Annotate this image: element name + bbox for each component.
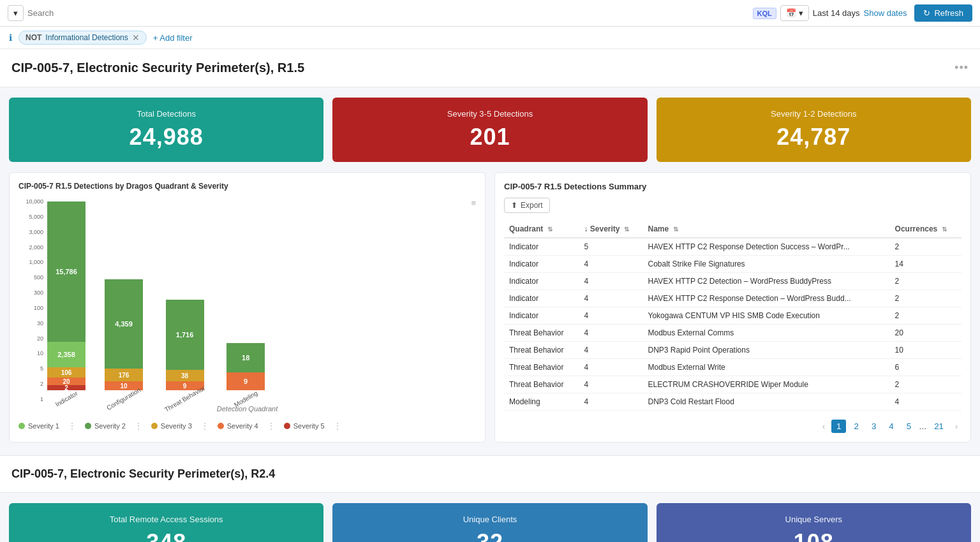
show-dates-link[interactable]: Show dates	[864, 8, 907, 18]
severity12-label: Severity 1-2 Detections	[669, 109, 958, 119]
col-name[interactable]: Name ⇅	[643, 221, 890, 238]
kql-badge[interactable]: KQL	[753, 8, 776, 19]
unique-servers-card: Unique Servers 108	[657, 503, 971, 542]
chart-section: CIP-005-7 R1.5 Detections by Dragos Quad…	[9, 172, 486, 443]
legend-severity1: Severity 1	[19, 422, 59, 430]
bar-seg-s3-indicator: 106	[47, 367, 85, 377]
severity12-value: 24,787	[669, 124, 958, 150]
bar-configuration: 4,359 176 10 Configuration	[105, 191, 143, 402]
bar-seg-s2-modeling: 18	[226, 343, 265, 372]
cell-severity-4: 4	[579, 307, 642, 325]
cell-severity-0: 5	[579, 238, 642, 256]
filter-not-label: NOT	[26, 33, 41, 42]
cell-occurrences-8: 2	[890, 376, 961, 393]
page-next-arrow[interactable]: ›	[951, 420, 961, 433]
bar-modeling: 18 9 Modeling	[226, 191, 265, 402]
table-row: Indicator 4 HAVEX HTTP C2 Detection – Wo…	[504, 273, 961, 290]
total-detections-value: 24,988	[22, 124, 311, 150]
filter-tag: NOT Informational Detections ✕	[19, 31, 147, 45]
filter-bar: ℹ NOT Informational Detections ✕ + Add f…	[0, 27, 980, 49]
severity12-card: Severity 1-2 Detections 24,787	[657, 98, 971, 162]
page-1-button[interactable]: 1	[831, 420, 846, 433]
sort-severity-down-icon: ↓	[584, 224, 588, 233]
search-dropdown[interactable]: ▾	[8, 5, 24, 21]
table-row: Indicator 5 HAVEX HTTP C2 Response Detec…	[504, 238, 961, 256]
add-filter-button[interactable]: + Add filter	[153, 33, 193, 43]
page-3-button[interactable]: 3	[866, 420, 881, 433]
cell-quadrant-5: Threat Behavior	[504, 325, 579, 342]
table-row: Indicator 4 Yokogawa CENTUM VP HIS SMB C…	[504, 307, 961, 325]
bar-seg-s2-indicator: 15,786	[47, 201, 85, 342]
bar-threat: 1,716 38 9 Threat Behavior	[162, 191, 207, 402]
cell-severity-6: 4	[579, 342, 642, 359]
legend-menu-s1[interactable]: ⋮	[68, 421, 76, 430]
sort-quadrant-icon: ⇅	[547, 226, 553, 233]
table-row: Indicator 4 HAVEX HTTP C2 Response Detec…	[504, 290, 961, 307]
total-sessions-label: Total Remote Access Sessions	[22, 515, 311, 524]
legend-menu-s4[interactable]: ⋮	[267, 421, 275, 430]
filter-close-icon[interactable]: ✕	[132, 33, 140, 43]
calendar-icon: 📅	[786, 8, 796, 18]
bar-seg-s1-indicator: 2,358	[47, 342, 85, 367]
legend-label-s2: Severity 2	[94, 422, 126, 430]
sort-occ-icon: ⇅	[942, 226, 947, 233]
cell-name-5: Modbus External Comms	[643, 325, 890, 342]
page-21-button[interactable]: 21	[929, 420, 949, 433]
bar-seg-s2-config: 4,359	[105, 279, 143, 369]
legend-dot-s3	[151, 423, 158, 429]
y-axis: 10,000 5,000 3,000 2,000 1,000 500 300 1…	[19, 198, 47, 402]
cell-occurrences-7: 6	[890, 359, 961, 376]
search-input[interactable]	[27, 8, 749, 18]
cell-severity-1: 4	[579, 256, 642, 273]
cell-occurrences-2: 2	[890, 273, 961, 290]
legend-severity5: Severity 5	[284, 422, 325, 430]
cell-occurrences-5: 20	[890, 325, 961, 342]
page-ellipsis: …	[919, 422, 926, 431]
cell-severity-3: 4	[579, 290, 642, 307]
page-5-button[interactable]: 5	[902, 420, 916, 433]
filter-value: Informational Detections	[45, 33, 128, 42]
export-button[interactable]: ⬆ Export	[504, 198, 550, 213]
unique-servers-value: 108	[669, 529, 958, 542]
col-quadrant[interactable]: Quadrant ⇅	[504, 221, 579, 238]
section-menu-icon[interactable]: •••	[954, 61, 969, 75]
chart-scroll-icon[interactable]: ≡	[471, 198, 476, 208]
bar-seg-s3-threat: 38	[166, 370, 204, 381]
cell-severity-8: 4	[579, 376, 642, 393]
page-prev-arrow[interactable]: ‹	[819, 420, 829, 433]
bar-seg-s3-config: 176	[105, 369, 143, 381]
legend-dot-s5	[284, 423, 290, 429]
cell-name-6: DNP3 Rapid Point Operations	[643, 342, 890, 359]
cell-name-1: Cobalt Strike File Signatures	[643, 256, 890, 273]
cell-quadrant-2: Indicator	[504, 273, 579, 290]
total-sessions-card: Total Remote Access Sessions 348	[9, 503, 323, 542]
refresh-button[interactable]: ↻ Refresh	[914, 4, 972, 22]
legend-menu-s2[interactable]: ⋮	[135, 421, 142, 430]
calendar-button[interactable]: 📅 ▾	[780, 5, 809, 21]
section1-title-bar: CIP-005-7, Electronic Security Perimeter…	[0, 49, 980, 87]
page-2-button[interactable]: 2	[849, 420, 863, 433]
cell-name-0: HAVEX HTTP C2 Response Detection Success…	[643, 238, 890, 256]
section1-title: CIP-005-7, Electronic Security Perimeter…	[11, 61, 304, 75]
cell-occurrences-0: 2	[890, 238, 961, 256]
legend-menu-s3[interactable]: ⋮	[201, 421, 209, 430]
total-sessions-value: 348	[22, 529, 311, 542]
detections-table: Quadrant ⇅ ↓ Severity ⇅ Name ⇅ Ocurrence…	[504, 221, 961, 411]
bar-stack-indicator: 15,786 2,358 106 20 2	[47, 191, 85, 390]
refresh-icon: ↻	[923, 8, 930, 18]
col-occurrences[interactable]: Ocurrences ⇅	[890, 221, 961, 238]
cell-occurrences-3: 2	[890, 290, 961, 307]
col-severity[interactable]: ↓ Severity ⇅	[579, 221, 642, 238]
chevron-down-icon: ▾	[13, 8, 18, 18]
legend-menu-s5[interactable]: ⋮	[334, 421, 341, 430]
table-title: CIP-005-7 R1.5 Detections Summary	[504, 182, 961, 191]
page-4-button[interactable]: 4	[884, 420, 898, 433]
legend-label-s3: Severity 3	[161, 422, 192, 430]
info-icon: ℹ	[9, 33, 12, 43]
severity35-value: 201	[345, 124, 634, 150]
date-range-text: Last 14 days	[813, 8, 860, 18]
legend-severity2: Severity 2	[85, 422, 126, 430]
cell-occurrences-1: 14	[890, 256, 961, 273]
cell-occurrences-9: 4	[890, 393, 961, 411]
cell-occurrences-6: 10	[890, 342, 961, 359]
